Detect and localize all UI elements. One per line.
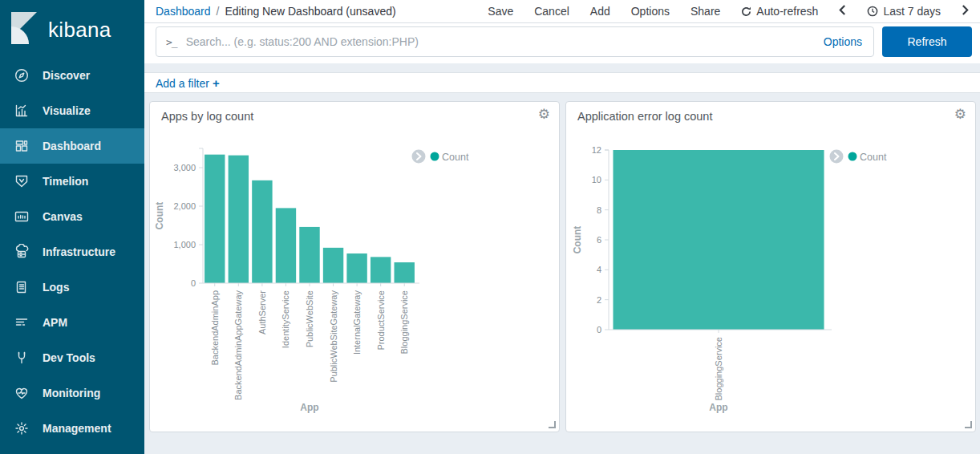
timelion-icon (14, 173, 30, 189)
bar (613, 150, 824, 330)
bar-chart-apps-by-log-count: 01,0002,0003,000CountBackendAdminAppBack… (150, 102, 559, 432)
chevron-left-icon (839, 5, 846, 18)
sidebar-item-label: Visualize (43, 104, 91, 117)
query-options-link[interactable]: Options (824, 35, 873, 48)
time-forward-button[interactable] (962, 5, 969, 18)
legend: Count (830, 150, 887, 164)
svg-text:0: 0 (191, 278, 196, 288)
svg-text:BloggingService: BloggingService (714, 337, 723, 401)
svg-text:Count: Count (572, 226, 583, 254)
legend: Count (412, 150, 469, 164)
svg-text:2: 2 (597, 295, 601, 305)
devtools-icon (14, 350, 30, 366)
auto-refresh-button[interactable]: Auto-refresh (741, 5, 818, 18)
sidebar-item-canvas[interactable]: Canvas (0, 199, 144, 234)
top-nav: Dashboard / Editing New Dashboard (unsav… (144, 0, 980, 23)
sidebar-item-infrastructure[interactable]: Infrastructure (0, 234, 144, 270)
svg-text:BackendAdminAppGateway: BackendAdminAppGateway (233, 290, 243, 400)
logs-icon (14, 279, 30, 295)
bar (395, 262, 415, 283)
bar (276, 208, 296, 283)
svg-text:PublicWebSiteGateway: PublicWebSiteGateway (329, 290, 338, 383)
svg-text:IdentityService: IdentityService (281, 290, 290, 348)
kibana-logo-text: kibana (48, 18, 111, 43)
time-picker-button[interactable]: Last 7 days (867, 5, 941, 18)
resize-handle[interactable] (965, 421, 972, 428)
bars (613, 150, 824, 330)
x-axis: BloggingServiceApp (609, 330, 832, 413)
compass-icon (14, 67, 30, 83)
legend-expand-icon[interactable] (412, 150, 426, 164)
sidebar-item-label: Discover (43, 69, 90, 82)
sidebar-item-timelion[interactable]: Timelion (0, 164, 144, 199)
monitoring-icon (14, 385, 30, 401)
sidebar-item-visualize[interactable]: Visualize (0, 93, 144, 128)
sidebar-item-monitoring[interactable]: Monitoring (0, 375, 144, 411)
svg-text:Count: Count (154, 202, 165, 230)
dashboard-icon (14, 138, 30, 154)
infrastructure-icon (14, 244, 30, 260)
time-back-button[interactable] (839, 5, 846, 18)
svg-text:6: 6 (597, 235, 601, 245)
sidebar-item-label: Monitoring (43, 387, 100, 399)
y-axis: 01,0002,0003,000Count (154, 148, 203, 288)
panel-application-error-log-count: Application error log count ⚙ 024681012C… (565, 101, 976, 432)
bar (299, 227, 319, 283)
sidebar-item-logs[interactable]: Logs (0, 270, 144, 305)
svg-text:ProductService: ProductService (376, 290, 386, 351)
breadcrumb-separator: / (217, 5, 220, 18)
y-axis: 024681012Count (572, 145, 609, 334)
terminal-prompt-icon: >_ (156, 36, 184, 48)
resize-handle[interactable] (549, 421, 556, 428)
sidebar-item-dashboard[interactable]: Dashboard (0, 128, 144, 164)
kibana-logo[interactable]: kibana (0, 0, 144, 58)
share-button[interactable]: Share (690, 5, 720, 18)
sidebar-item-label: APM (43, 316, 67, 329)
kibana-app: kibana DiscoverVisualizeDashboardTimelio… (0, 0, 980, 454)
refresh-cycle-icon (741, 6, 751, 17)
query-bar: >_ Options Refresh (144, 23, 980, 63)
svg-text:0: 0 (597, 325, 601, 334)
legend-count-item[interactable]: Count (431, 152, 469, 163)
bar (229, 156, 249, 283)
svg-text:App: App (300, 402, 318, 413)
legend-expand-icon[interactable] (830, 150, 844, 164)
sidebar-item-label: Dashboard (43, 140, 101, 152)
apm-icon (14, 314, 30, 330)
sidebar: kibana DiscoverVisualizeDashboardTimelio… (0, 0, 144, 454)
save-button[interactable]: Save (488, 5, 513, 18)
sidebar-item-dev-tools[interactable]: Dev Tools (0, 340, 144, 375)
x-axis: BackendAdminAppBackendAdminAppGatewayAut… (203, 283, 419, 413)
visualize-icon (14, 103, 30, 119)
add-filter-link[interactable]: Add a filter+ (156, 76, 220, 90)
legend-count-item[interactable]: Count (848, 152, 887, 163)
dashboard-grid: Apps by log count ⚙ 01,0002,0003,000Coun… (144, 93, 980, 454)
panel-apps-by-log-count: Apps by log count ⚙ 01,0002,0003,000Coun… (149, 101, 560, 432)
plus-icon: + (213, 76, 220, 90)
sidebar-item-management[interactable]: Management (0, 411, 144, 446)
svg-text:AuthServer: AuthServer (257, 290, 267, 334)
search-input[interactable] (184, 34, 824, 49)
chevron-right-icon (962, 5, 969, 18)
cancel-button[interactable]: Cancel (534, 5, 569, 18)
sidebar-item-label: Management (43, 422, 111, 435)
svg-text:3,000: 3,000 (173, 163, 196, 172)
svg-text:12: 12 (592, 145, 601, 155)
kibana-logo-icon (10, 11, 38, 48)
svg-text:Count: Count (860, 152, 887, 163)
clock-icon (867, 6, 878, 17)
breadcrumb-current: Editing New Dashboard (unsaved) (225, 5, 395, 18)
sidebar-nav: DiscoverVisualizeDashboardTimelionCanvas… (0, 58, 144, 446)
top-menu: SaveCancelAddOptionsShare Auto-refresh L… (488, 5, 969, 18)
breadcrumb-dashboard-link[interactable]: Dashboard (156, 5, 211, 18)
sidebar-item-discover[interactable]: Discover (0, 58, 144, 93)
sidebar-item-apm[interactable]: APM (0, 305, 144, 340)
options-button[interactable]: Options (631, 5, 670, 18)
bars (205, 155, 415, 283)
add-button[interactable]: Add (590, 5, 610, 18)
refresh-button[interactable]: Refresh (882, 26, 972, 57)
svg-text:1,000: 1,000 (173, 240, 196, 249)
sidebar-item-label: Dev Tools (43, 351, 95, 364)
bar (252, 180, 272, 283)
search-box: >_ Options (156, 26, 874, 57)
